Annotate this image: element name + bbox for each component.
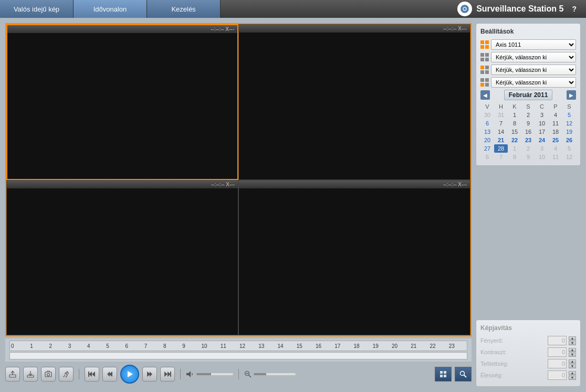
video-cell-2[interactable]: --:--:-- X--- <box>238 24 470 180</box>
help-button[interactable]: ? <box>568 5 581 13</box>
cal-day[interactable]: 11 <box>549 119 562 128</box>
camera-icon-3 <box>480 66 489 74</box>
cal-day[interactable]: 1 <box>508 144 521 153</box>
cal-day[interactable]: 5 <box>562 144 576 153</box>
camera-row-2: Kérjük, válasszon ki <box>480 52 576 62</box>
camera-select-3[interactable]: Kérjük, válasszon ki <box>491 65 576 75</box>
camera-select-4[interactable]: Kérjük, válasszon ki <box>491 77 576 88</box>
step-back-button[interactable] <box>102 367 117 382</box>
timeline-num-1: 1 <box>29 343 48 349</box>
link-button[interactable] <box>59 367 74 382</box>
camera-select-1[interactable]: Axis 1011 <box>491 39 576 50</box>
cal-day[interactable]: 24 <box>535 136 549 144</box>
cal-day[interactable]: 7 <box>494 153 508 161</box>
svg-point-28 <box>461 372 465 376</box>
cal-day[interactable]: 2 <box>521 144 535 153</box>
play-button[interactable] <box>120 365 139 384</box>
export-button[interactable] <box>5 367 20 382</box>
saturation-up[interactable]: ▲ <box>569 359 576 364</box>
cal-day[interactable]: 27 <box>480 144 494 153</box>
cal-day[interactable]: 4 <box>549 144 562 153</box>
sharpness-down[interactable]: ▼ <box>569 376 576 380</box>
brightness-up[interactable]: ▲ <box>569 336 576 341</box>
contrast-down[interactable]: ▼ <box>569 353 576 357</box>
step-fwd-button[interactable] <box>142 367 157 382</box>
cal-day[interactable]: 28 <box>494 144 508 153</box>
volume-slider[interactable] <box>196 373 233 375</box>
cal-day[interactable]: 20 <box>480 136 494 144</box>
cal-day[interactable]: 8 <box>508 153 521 161</box>
download-button[interactable] <box>23 367 38 382</box>
svg-rect-19 <box>170 372 171 377</box>
zoom-slider[interactable] <box>254 373 296 375</box>
cal-day[interactable]: 30 <box>480 111 494 119</box>
brightness-down[interactable]: ▼ <box>569 341 576 345</box>
video-cell-4[interactable]: --:--:-- X--- <box>238 180 470 336</box>
sidebar-spacer <box>476 169 581 316</box>
timeline-num-20: 20 <box>391 343 410 349</box>
cal-day[interactable]: 13 <box>480 128 494 136</box>
cal-next-button[interactable]: ▶ <box>567 90 576 100</box>
video-cell-1[interactable]: --:--:-- X--- <box>6 24 238 180</box>
cal-day[interactable]: 25 <box>549 136 562 144</box>
cal-day[interactable]: 10 <box>535 119 549 128</box>
contrast-input[interactable] <box>548 347 567 357</box>
cal-day[interactable]: 21 <box>494 136 508 144</box>
cal-day[interactable]: 3 <box>535 144 549 153</box>
timeline-ruler[interactable]: 01234567891011121314151617181920212223 <box>9 341 467 351</box>
svg-point-2 <box>464 8 466 10</box>
brightness-label: Fényerő: <box>480 337 546 344</box>
cal-day[interactable]: 6 <box>480 119 494 128</box>
skip-fwd-button[interactable] <box>160 367 175 382</box>
cal-day[interactable]: 11 <box>549 153 562 161</box>
cal-day[interactable]: 31 <box>494 111 508 119</box>
cal-day[interactable]: 16 <box>521 128 535 136</box>
calendar-header: ◀ Február 2011 ▶ <box>480 90 576 100</box>
svg-rect-24 <box>440 371 443 374</box>
cal-day[interactable]: 17 <box>535 128 549 136</box>
tab-live[interactable]: Valós idejű kép <box>0 0 74 18</box>
timeline-num-16: 16 <box>315 343 333 349</box>
cal-day[interactable]: 10 <box>535 153 549 161</box>
grid-view-button[interactable] <box>435 367 452 382</box>
cal-month-year[interactable]: Február 2011 <box>504 90 553 100</box>
tab-management[interactable]: Kezelés <box>147 0 221 18</box>
cal-prev-button[interactable]: ◀ <box>480 90 490 100</box>
cal-day[interactable]: 7 <box>494 119 508 128</box>
cal-day[interactable]: 14 <box>494 128 508 136</box>
cal-day[interactable]: 1 <box>508 111 521 119</box>
cal-day-header: S <box>562 102 576 111</box>
snapshot-button[interactable] <box>41 367 56 382</box>
skip-back-button[interactable] <box>85 367 99 382</box>
cal-day[interactable]: 23 <box>521 136 535 144</box>
cal-day[interactable]: 5 <box>562 111 576 119</box>
cal-day[interactable]: 26 <box>562 136 576 144</box>
sharpness-up[interactable]: ▲ <box>569 371 576 375</box>
cal-day[interactable]: 12 <box>562 153 576 161</box>
cal-day[interactable]: 15 <box>508 128 521 136</box>
cal-day[interactable]: 2 <box>521 111 535 119</box>
cal-day[interactable]: 9 <box>521 119 535 128</box>
brightness-input[interactable] <box>548 336 567 345</box>
timeline-num-19: 19 <box>372 343 391 349</box>
tab-timeline[interactable]: Idővonalon <box>74 0 147 18</box>
cal-day[interactable]: 18 <box>549 128 562 136</box>
search-view-button[interactable] <box>455 367 472 382</box>
cal-day[interactable]: 12 <box>562 119 576 128</box>
separator-3 <box>238 369 239 379</box>
saturation-down[interactable]: ▼ <box>569 364 576 368</box>
cal-day[interactable]: 4 <box>549 111 562 119</box>
cal-day[interactable]: 6 <box>480 153 494 161</box>
cal-day[interactable]: 9 <box>521 153 535 161</box>
timeline-track[interactable] <box>9 352 467 359</box>
sharpness-input[interactable] <box>548 370 567 380</box>
camera-select-2[interactable]: Kérjük, válasszon ki <box>491 52 576 62</box>
contrast-up[interactable]: ▲ <box>569 348 576 352</box>
cal-day[interactable]: 3 <box>535 111 549 119</box>
cal-day[interactable]: 19 <box>562 128 576 136</box>
cal-day[interactable]: 22 <box>508 136 521 144</box>
timeline-num-9: 9 <box>181 343 200 349</box>
cal-day[interactable]: 8 <box>508 119 521 128</box>
video-cell-3[interactable]: --:--:-- X--- <box>6 180 238 336</box>
saturation-input[interactable] <box>548 359 567 368</box>
